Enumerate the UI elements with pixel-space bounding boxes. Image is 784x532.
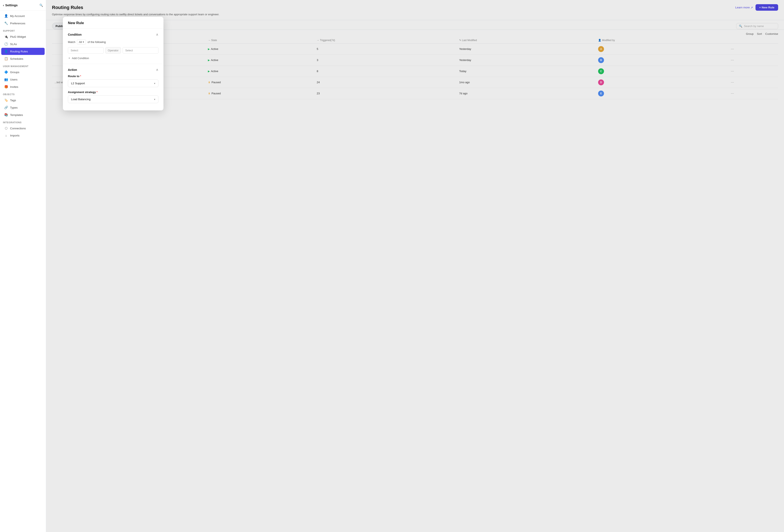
sidebar-item-types[interactable]: 🔗Types [1,104,45,111]
routing-rules-icon: 👤 [4,50,8,53]
condition-section: Condition ∧ Match All ▾ of the following… [63,29,164,64]
modal-header: New Rule [63,17,164,29]
match-suffix: of the following [88,40,106,44]
sidebar-back-button[interactable]: ‹ Settings [3,3,18,7]
types-icon: 🔗 [4,106,8,109]
search-icon[interactable]: 🔍 [39,4,43,7]
sidebar-item-label: Users [10,78,18,81]
match-select-dropdown[interactable]: All ▾ [77,39,86,45]
add-condition-label: Add Condition [72,57,89,60]
sidebar-item-plug-widget[interactable]: 🔌PluG Widget [1,33,45,40]
sidebar-item-label: PluG Widget [10,35,26,38]
sidebar-item-label: Connections [10,127,26,130]
match-row: Match All ▾ of the following [68,39,159,45]
action-collapse-button[interactable]: ∧ [156,68,159,72]
main-content: Routing Rules Learn more ↗ + New Rule Op… [46,0,784,532]
assignment-label-text: Assignment strategy [68,90,96,94]
route-to-label-text: Route to [68,75,79,78]
sidebar-item-label: Schedules [10,57,23,60]
chevron-down-icon: ▾ [83,41,84,44]
sidebar-item-label: Groups [10,71,19,74]
new-rule-modal: New Rule Condition ∧ Match All ▾ of the … [63,17,164,110]
groups-icon: 🔷 [4,70,8,74]
sidebar-item-label: Types [10,106,18,109]
action-section: Action ∧ Route to * L2 Support ▾ Assignm… [63,64,164,110]
sidebar-back-label: Settings [5,3,18,7]
modal-title: New Rule [68,21,159,25]
sidebar-item-label: My Account [10,15,25,18]
sidebar-item-label: SLAs [10,43,17,46]
sidebar-section-user-management: User Management [0,62,46,68]
condition-row: Select Operator Select [68,47,159,54]
chevron-left-icon: ‹ [3,3,4,7]
sidebar-item-label: Preferences [10,22,25,25]
required-indicator: * [80,75,81,78]
assignment-strategy-label: Assignment strategy * [68,90,159,94]
condition-section-header: Condition ∧ [68,32,159,36]
sidebar-item-templates[interactable]: 📚Templates [1,111,45,118]
sidebar-item-tags[interactable]: 🏷️Tags [1,96,45,104]
sidebar-section-support: Support [0,27,46,33]
slas-icon: 🕐 [4,42,8,46]
sidebar-item-label: Imports [10,134,20,137]
invites-icon: 🎁 [4,85,8,89]
assignment-strategy-dropdown[interactable]: Load Balancing ▾ [68,95,159,103]
sidebar-section-objects: Objects [0,90,46,96]
sidebar-item-preferences[interactable]: 🔧Preferences [1,20,45,27]
sidebar-item-routing-rules[interactable]: 👤Routing Rules [1,48,45,55]
chevron-down-icon: ▾ [154,82,155,85]
sidebar-item-users[interactable]: 👥Users [1,76,45,83]
sidebar-item-schedules[interactable]: 📋Schedules [1,55,45,62]
sidebar-item-label: Tags [10,99,16,102]
modal-overlay: New Rule Condition ∧ Match All ▾ of the … [46,0,784,532]
action-section-header: Action ∧ [68,68,159,72]
add-condition-button[interactable]: ＋ Add Condition [68,56,159,60]
users-icon: 👥 [4,78,8,81]
condition-collapse-button[interactable]: ∧ [156,32,159,36]
condition-section-title: Condition [68,33,82,36]
preferences-icon: 🔧 [4,21,8,25]
chevron-down-icon: ▾ [154,98,155,101]
plug-widget-icon: 🔌 [4,35,8,38]
sidebar-section-integrations: Integrations [0,119,46,124]
connections-icon: ⬡ [4,127,8,130]
required-indicator: * [96,90,97,94]
sidebar-item-label: Routing Rules [10,50,28,53]
route-to-label: Route to * [68,75,159,78]
match-label: Match [68,40,75,44]
route-to-dropdown[interactable]: L2 Support ▾ [68,79,159,87]
sidebar-item-invites[interactable]: 🎁Invites [1,83,45,90]
schedules-icon: 📋 [4,57,8,61]
imports-icon: ↕️ [4,134,8,137]
sidebar-nav: 👤My Account🔧PreferencesSupport🔌PluG Widg… [0,10,46,532]
operator-select[interactable]: Operator [105,47,121,54]
sidebar-item-connections[interactable]: ⬡Connections [1,125,45,132]
condition-field-select[interactable]: Select [68,47,104,54]
my-account-icon: 👤 [4,14,8,18]
plus-icon: ＋ [68,56,71,60]
sidebar-item-imports[interactable]: ↕️Imports [1,132,45,139]
assignment-value: Load Balancing [71,98,90,101]
templates-icon: 📚 [4,113,8,117]
sidebar-item-label: Templates [10,113,23,116]
sidebar-item-groups[interactable]: 🔷Groups [1,68,45,76]
sidebar-item-my-account[interactable]: 👤My Account [1,12,45,20]
sidebar-header: ‹ Settings 🔍 [0,0,46,10]
sidebar-item-slas[interactable]: 🕐SLAs [1,40,45,48]
sidebar-item-label: Invites [10,85,18,88]
route-to-value: L2 Support [71,82,85,85]
tags-icon: 🏷️ [4,98,8,102]
condition-value-select[interactable]: Select [122,47,159,54]
match-value: All [79,40,82,44]
action-section-title: Action [68,68,77,72]
sidebar: ‹ Settings 🔍 👤My Account🔧PreferencesSupp… [0,0,46,532]
